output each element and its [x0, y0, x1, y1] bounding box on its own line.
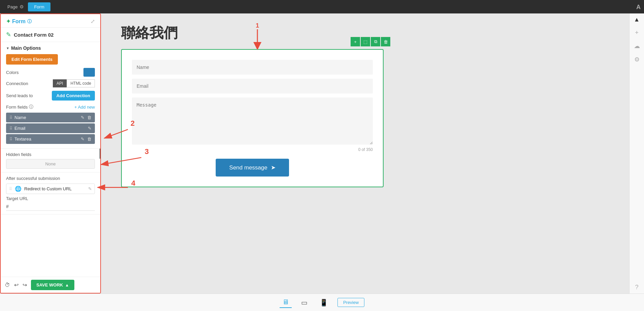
add-connection-button[interactable]: Add Connection [52, 91, 95, 101]
hidden-fields-section: Hidden fields None [1, 149, 100, 172]
connection-tab-html[interactable]: HTML code [67, 79, 95, 87]
form-delete-button[interactable]: 🗑 [381, 37, 390, 46]
drag-handle-name[interactable]: ⠿ [9, 115, 12, 120]
main-options-section: ▼ Main Options Edit Form Elements Colors… [1, 42, 100, 149]
hidden-fields-label: Hidden fields [6, 152, 95, 157]
field-email-label: Email [14, 126, 26, 131]
field-item-email: ⠿ Email ✎ [6, 123, 95, 133]
connection-row: Connection API HTML code [6, 79, 95, 87]
save-button[interactable]: SAVE WORK ▲ [31, 280, 74, 290]
form-fields-info-icon[interactable]: ⓘ [29, 104, 33, 110]
drag-handle-textarea[interactable]: ⠿ [9, 137, 12, 142]
page-label: Page [7, 4, 17, 9]
preview-button[interactable]: Preview [337, 298, 364, 307]
cloud-icon[interactable]: ☁ [634, 42, 640, 50]
form-duplicate-button[interactable]: ⧉ [371, 37, 380, 46]
sidebar-footer: ⏱ ↩ ↪ SAVE WORK ▲ [1, 277, 100, 293]
sidebar-title: ✦ Form ⓘ [6, 18, 32, 25]
form-icon: ✦ [6, 18, 10, 25]
form-copy-button[interactable]: ⬚ [361, 37, 370, 46]
colors-row: Colors [6, 68, 95, 77]
colors-label: Colors [6, 70, 19, 75]
drag-handle-redirect: ⠿ [9, 187, 12, 191]
question-icon[interactable]: ? [635, 284, 638, 291]
color-swatch[interactable] [83, 68, 95, 77]
form-toolbar: + ⬚ ⧉ 🗑 [351, 37, 390, 46]
after-submission-label: After successful submission [6, 176, 95, 181]
target-url-input[interactable] [6, 202, 95, 211]
edit-field-email-icon[interactable]: ✎ [88, 126, 92, 131]
send-leads-row: Send leads to Add Connection [6, 91, 95, 101]
drag-handle-email[interactable]: ⠿ [9, 126, 12, 131]
edit-field-textarea-icon[interactable]: ✎ [81, 137, 84, 142]
save-chevron-icon: ▲ [65, 283, 69, 287]
form-fields-header: Form fields ⓘ + Add new [6, 104, 95, 110]
settings-icon[interactable]: ⚙ [634, 56, 640, 63]
page-tab[interactable]: Page ⚙ [3, 4, 28, 9]
collapse-arrow[interactable]: ▼ [6, 46, 9, 50]
redirect-item: ⠿ 🌐 Redirect to Custom URL ✎ [6, 184, 95, 194]
redo-icon[interactable]: ↪ [23, 282, 27, 288]
arrow-up-icon[interactable]: ▲ [634, 16, 640, 23]
form-add-button[interactable]: + [351, 37, 360, 46]
bottom-bar: 🖥 ▭ 📱 Preview [0, 294, 644, 311]
right-panel: ▲ + ☁ ⚙ ? [629, 13, 644, 294]
info-icon[interactable]: ⓘ [27, 18, 32, 25]
edit-form-button[interactable]: Edit Form Elements [6, 54, 58, 65]
send-message-button[interactable]: Send message ➤ [216, 159, 289, 177]
form-name-icon: ✎ [6, 31, 11, 38]
redirect-icon: 🌐 [15, 186, 22, 192]
field-item-name: ⠿ Name ✎ 🗑 [6, 113, 95, 122]
top-bar: Page ⚙ Form A [0, 0, 644, 13]
redirect-edit-icon[interactable]: ✎ [88, 186, 92, 191]
mobile-view-button[interactable]: 📱 [317, 297, 331, 308]
canvas-area: 聯絡我們 + ⬚ ⧉ 🗑 1 [101, 13, 629, 294]
canvas-content: 聯絡我們 + ⬚ ⧉ 🗑 1 [101, 13, 629, 294]
logo-icon: A [636, 3, 641, 11]
edit-field-name-icon[interactable]: ✎ [81, 115, 84, 120]
expand-icon[interactable]: ⤢ [91, 18, 95, 25]
after-submission-section: After successful submission ⠿ 🌐 Redirect… [1, 172, 100, 215]
form-name-row: ✎ Contact Form 02 [1, 28, 100, 42]
form-field-email[interactable] [132, 79, 373, 93]
form-fields-label: Form fields ⓘ [6, 104, 33, 110]
tablet-view-button[interactable]: ▭ [298, 297, 310, 308]
undo-icon[interactable]: ↩ [14, 282, 19, 288]
sidebar-header: ✦ Form ⓘ ⤢ [1, 14, 100, 28]
field-name-label: Name [14, 115, 26, 120]
sidebar: ✦ Form ⓘ ⤢ ✎ Contact Form 02 ▼ Main Opti… [0, 13, 101, 294]
gear-icon[interactable]: ⚙ [20, 4, 24, 9]
field-textarea-label: Textarea [14, 137, 31, 142]
delete-field-textarea-icon[interactable]: 🗑 [87, 137, 92, 142]
delete-field-name-icon[interactable]: 🗑 [87, 115, 92, 120]
field-item-textarea: ⠿ Textarea ✎ 🗑 [6, 134, 95, 144]
form-name-text: Contact Form 02 [14, 32, 53, 38]
main-options-title: ▼ Main Options [6, 45, 95, 51]
textarea-count: 0 of 350 [132, 147, 373, 152]
send-arrow-icon: ➤ [271, 164, 276, 171]
add-new-link[interactable]: + Add new [74, 105, 95, 110]
connection-tabs: API HTML code [53, 79, 95, 87]
connection-tab-api[interactable]: API [53, 79, 67, 87]
history-icon[interactable]: ⏱ [5, 282, 10, 288]
form-field-name[interactable] [132, 60, 373, 75]
plus-icon[interactable]: + [635, 29, 639, 36]
desktop-view-button[interactable]: 🖥 [280, 297, 292, 308]
form-tab[interactable]: Form [28, 2, 50, 11]
target-url-label: Target URL [6, 196, 95, 201]
hidden-fields-value: None [6, 159, 95, 169]
connection-label: Connection [6, 81, 28, 86]
form-container: + ⬚ ⧉ 🗑 1 0 of 350 [121, 49, 390, 187]
form-preview: 0 of 350 Send message ➤ [121, 49, 384, 187]
send-leads-label: Send leads to [6, 93, 33, 98]
redirect-text: Redirect to Custom URL [24, 186, 72, 191]
form-field-message[interactable] [132, 98, 373, 145]
